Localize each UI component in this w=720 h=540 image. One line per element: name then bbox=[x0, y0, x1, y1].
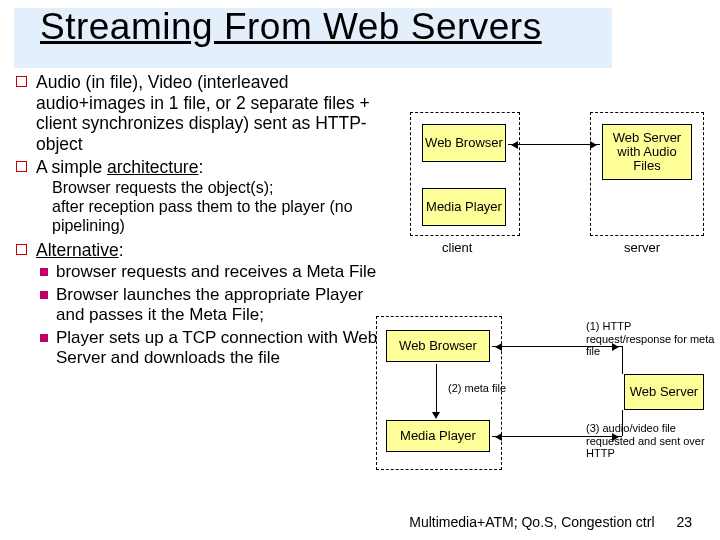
bullet-2-sub1: Browser requests the object(s); bbox=[14, 179, 394, 198]
box-web-browser-bottom: Web Browser bbox=[386, 330, 490, 362]
body-text: Audio (in file), Video (interleaved audi… bbox=[14, 72, 394, 368]
b3-underline: Alternative bbox=[36, 240, 119, 260]
arrow-top bbox=[508, 144, 600, 145]
bullet-3-m1: browser requests and receives a Meta Fil… bbox=[14, 262, 394, 282]
b3-suffix: : bbox=[119, 240, 124, 260]
diagram-top: Web Browser Media Player Web Server with… bbox=[400, 110, 708, 265]
b2-underline: architecture bbox=[107, 157, 198, 177]
annot-1: (1) HTTP request/response for meta file bbox=[586, 320, 716, 358]
box-web-server-bottom: Web Server bbox=[624, 374, 704, 410]
bullet-3: Alternative: bbox=[14, 240, 394, 261]
footer: Multimedia+ATM; Qo.S, Congestion ctrl 23 bbox=[409, 514, 692, 530]
arrow-2-line bbox=[436, 364, 437, 414]
box-web-browser-top: Web Browser bbox=[422, 124, 506, 162]
b2-prefix: A simple bbox=[36, 157, 107, 177]
footer-text: Multimedia+ATM; Qo.S, Congestion ctrl bbox=[409, 514, 654, 530]
page-number: 23 bbox=[676, 514, 692, 530]
annot-3: (3) audio/video file requested and sent … bbox=[586, 422, 716, 460]
caption-client: client bbox=[442, 240, 472, 255]
caption-server: server bbox=[624, 240, 660, 255]
box-media-player-top: Media Player bbox=[422, 188, 506, 226]
diagram-bottom: Web Browser Media Player Web Server (1) … bbox=[370, 310, 718, 510]
bullet-3-m3: Player sets up a TCP connection with Web… bbox=[14, 328, 394, 369]
bullet1-cont: audio+images in 1 file, or 2 separate fi… bbox=[36, 93, 370, 154]
annot-2: (2) meta file bbox=[448, 382, 506, 395]
bullet-2: A simple architecture: bbox=[14, 157, 394, 178]
bullet-3-m2: Browser launches the appropriate Player … bbox=[14, 285, 394, 326]
bullet1-line1: Audio (in file), Video (interleaved bbox=[36, 72, 289, 92]
b2-suffix: : bbox=[198, 157, 203, 177]
arrow-2-head bbox=[432, 412, 440, 423]
bullet-1: Audio (in file), Video (interleaved audi… bbox=[14, 72, 394, 155]
box-web-server-top: Web Server with Audio Files bbox=[602, 124, 692, 180]
bullet-2-sub2: after reception pass them to the player … bbox=[14, 198, 394, 236]
box-media-player-bottom: Media Player bbox=[386, 420, 490, 452]
slide-title: Streaming From Web Servers bbox=[40, 6, 542, 48]
